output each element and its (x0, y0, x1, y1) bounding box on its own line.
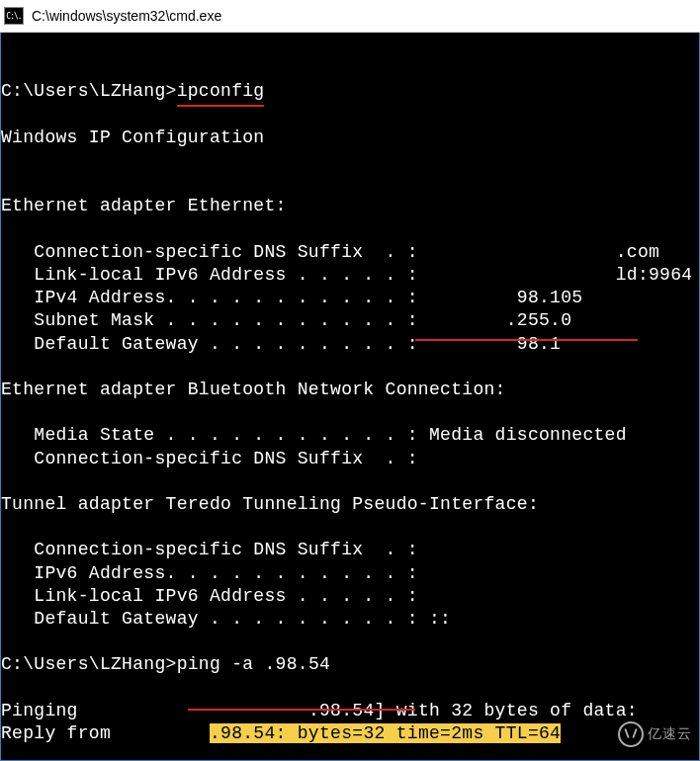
cmd-icon: C:\. (4, 7, 24, 25)
watermark: 亿速云 (618, 721, 692, 747)
tunnel-ipv6: IPv6 Address. . . . . . . . . . . : (1, 563, 418, 583)
command-ping-b: .98.54 (264, 654, 330, 674)
heading-ipconfig: Windows IP Configuration (1, 127, 264, 147)
tunnel-gateway: Default Gateway . . . . . . . . . : :: (1, 609, 451, 629)
ping-header-a: Pinging (1, 701, 89, 720)
ethernet-mask: Subnet Mask . . . . . . . . . . . : .255… (1, 310, 571, 330)
watermark-icon (618, 721, 644, 747)
command-ipconfig: ipconfig (177, 80, 265, 103)
terminal-output[interactable]: C:\Users\LZHang>ipconfig Windows IP Conf… (0, 33, 700, 761)
cmd-icon-text: C:\. (6, 12, 21, 21)
ethernet-ipv6: Link-local IPv6 Address . . . . . : ld:9… (1, 265, 692, 285)
window-title: C:\windows\system32\cmd.exe (32, 8, 221, 24)
ethernet-gateway: Default Gateway . . . . . . . . . : 98.1 (1, 334, 561, 354)
bluetooth-header: Ethernet adapter Bluetooth Network Conne… (1, 380, 506, 399)
ethernet-ipv4: IPv4 Address. . . . . . . . . . . : 98.1… (1, 288, 582, 307)
titlebar: C:\. C:\windows\system32\cmd.exe (0, 0, 700, 33)
reply-gap (122, 723, 210, 743)
bluetooth-dns: Connection-specific DNS Suffix . : (1, 449, 418, 468)
ethernet-header: Ethernet adapter Ethernet: (1, 196, 287, 215)
tunnel-header: Tunnel adapter Teredo Tunneling Pseudo-I… (1, 494, 539, 514)
reply-highlight: .98.54: bytes=32 time=2ms TTL=64 (210, 723, 561, 743)
watermark-text: 亿速云 (648, 725, 692, 743)
tunnel-ll6: Link-local IPv6 Address . . . . . : (1, 586, 418, 606)
underline-ipv4 (415, 339, 638, 341)
prompt-1: C:\Users\LZHang> (1, 81, 177, 101)
command-ping-a: ping -a (177, 654, 265, 674)
reply-a: Reply from (1, 723, 122, 743)
underline-ping (188, 709, 415, 711)
prompt-2: C:\Users\LZHang> (1, 654, 177, 674)
bluetooth-media: Media State . . . . . . . . . . . : Medi… (1, 425, 627, 445)
tunnel-dns: Connection-specific DNS Suffix . : (1, 540, 418, 559)
ethernet-dns: Connection-specific DNS Suffix . : .com (1, 242, 659, 262)
